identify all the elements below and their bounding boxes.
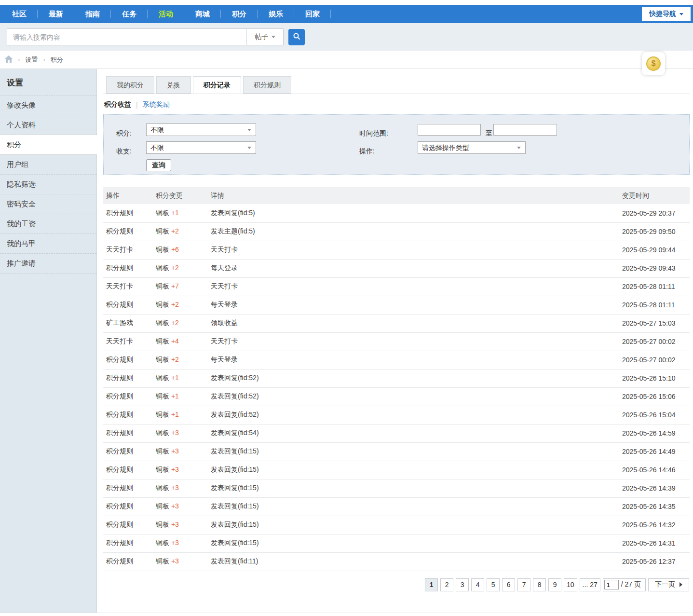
row-operation: 积分规则 — [103, 259, 153, 277]
page-ellipsis-button[interactable]: ... 27 — [580, 578, 600, 591]
search-type-label: 帖子 — [255, 33, 269, 41]
sidebar-item[interactable]: 我的马甲 — [0, 234, 96, 254]
nav-item[interactable]: 活动 — [148, 5, 184, 23]
table-row: 积分规则 铜板 +1 发表回复(fid:52) 2025-05-26 15:06 — [103, 387, 690, 406]
row-change: 铜板 +3 — [153, 461, 208, 479]
sidebar-item[interactable]: 用户组 — [0, 155, 96, 175]
search-button[interactable] — [288, 29, 305, 45]
row-time: 2025-05-26 14:49 — [619, 442, 690, 461]
page-button[interactable]: 7 — [517, 578, 530, 591]
content-area: 我的积分 兑换 积分记录 积分规则 积分收益 — [97, 69, 693, 613]
row-change: 铜板 +3 — [153, 552, 208, 571]
chevron-down-icon — [247, 129, 251, 131]
breadcrumb-item-points[interactable]: 积分 — [51, 55, 63, 64]
page-button[interactable]: 10 — [564, 578, 577, 591]
nav-item[interactable]: 任务 — [111, 5, 148, 23]
sidebar-item[interactable]: 密码安全 — [0, 194, 96, 214]
row-currency: 铜板 — [156, 356, 169, 363]
row-change: 铜板 +1 — [153, 369, 208, 387]
sidebar-item[interactable]: 推广邀请 — [0, 254, 96, 274]
row-time: 2025-05-26 14:39 — [619, 479, 690, 497]
row-operation: 天天打卡 — [103, 277, 153, 296]
tab[interactable]: 积分规则 — [243, 76, 291, 94]
page-button[interactable]: 6 — [502, 578, 515, 591]
page-button[interactable]: 9 — [548, 578, 561, 591]
row-change-value: +2 — [171, 301, 179, 308]
sidebar-item[interactable]: 积分 — [0, 135, 97, 155]
row-operation: 积分规则 — [103, 516, 153, 534]
row-time: 2025-05-26 14:35 — [619, 497, 690, 516]
next-page-label: 下一页 — [655, 580, 675, 589]
chevron-down-icon — [679, 13, 683, 15]
operation-filter-select[interactable]: 请选择操作类型 — [418, 141, 526, 154]
tab[interactable]: 积分记录 — [193, 76, 241, 94]
nav-item[interactable]: 最新 — [38, 5, 74, 23]
sidebar-item-label: 我的马甲 — [7, 239, 36, 247]
nav-item[interactable]: 积分 — [221, 5, 258, 23]
row-detail: 发表回复(fid:15) — [208, 479, 619, 497]
subnav-item-system-reward[interactable]: 系统奖励 — [143, 100, 170, 109]
search-input[interactable] — [7, 29, 246, 45]
table-row: 积分规则 铜板 +3 发表回复(fid:15) 2025-05-26 14:32 — [103, 516, 690, 534]
main-navbar: 社区 最新 指南 任务 活动 商城 积分 — [0, 5, 693, 23]
tab-label: 积分记录 — [204, 81, 231, 89]
row-time: 2025-05-26 15:10 — [619, 369, 690, 387]
coin-icon: $ — [646, 56, 661, 71]
row-currency: 铜板 — [156, 246, 169, 253]
sidebar-item[interactable]: 个人资料 — [0, 115, 96, 135]
page-button[interactable]: 4 — [471, 578, 484, 591]
chevron-down-icon — [247, 147, 251, 149]
table-row: 积分规则 铜板 +3 发表回复(fid:11) 2025-05-26 12:37 — [103, 552, 690, 571]
points-filter-select[interactable]: 不限 — [146, 123, 256, 136]
query-button[interactable]: 查询 — [146, 159, 171, 171]
sidebar-item[interactable]: 隐私筛选 — [0, 175, 96, 194]
row-detail: 发表回复(fid:15) — [208, 534, 619, 552]
nav-item[interactable]: 商城 — [184, 5, 221, 23]
nav-item-label: 积分 — [232, 10, 246, 19]
sidebar-item[interactable]: 修改头像 — [0, 96, 96, 115]
coin-widget[interactable]: $ — [642, 52, 665, 75]
nav-item[interactable]: 娱乐 — [258, 5, 294, 23]
page-jump-input[interactable] — [604, 580, 619, 589]
search-type-select[interactable]: 帖子 — [246, 29, 283, 45]
subnav-item-income[interactable]: 积分收益 — [104, 100, 131, 109]
breadcrumb-item-settings[interactable]: 设置 — [25, 55, 38, 64]
row-change-value: +3 — [171, 520, 179, 528]
row-change-value: +2 — [171, 227, 179, 235]
inout-filter-value: 不限 — [150, 144, 164, 151]
row-detail: 每天登录 — [208, 296, 619, 314]
row-currency: 铜板 — [156, 209, 169, 217]
page-button[interactable]: 5 — [487, 578, 500, 591]
row-operation: 积分规则 — [103, 351, 153, 369]
tab[interactable]: 兑换 — [156, 76, 191, 94]
table-row: 天天打卡 铜板 +7 天天打卡 2025-05-28 01:11 — [103, 277, 690, 296]
nav-item[interactable]: 社区 — [1, 5, 38, 23]
row-detail: 每天登录 — [208, 259, 619, 277]
row-change: 铜板 +7 — [153, 277, 208, 296]
tab[interactable]: 我的积分 — [106, 76, 154, 94]
row-operation: 积分规则 — [103, 479, 153, 497]
page-button[interactable]: 2 — [440, 578, 453, 591]
time-end-input[interactable] — [493, 124, 557, 136]
page-button[interactable]: 8 — [533, 578, 546, 591]
page-button[interactable]: 1 — [425, 578, 438, 591]
row-detail: 发表回复(fid:54) — [208, 424, 619, 442]
row-time: 2025-05-29 20:37 — [619, 204, 690, 222]
nav-item-label: 任务 — [122, 10, 136, 19]
sidebar-item[interactable]: 我的工资 — [0, 214, 96, 234]
nav-item[interactable]: 回家 — [294, 5, 331, 23]
row-change: 铜板 +6 — [153, 241, 208, 259]
table-row: 积分规则 铜板 +3 发表回复(fid:15) 2025-05-26 14:31 — [103, 534, 690, 552]
page-button[interactable]: 3 — [456, 578, 469, 591]
table-row: 积分规则 铜板 +3 发表回复(fid:15) 2025-05-26 14:49 — [103, 442, 690, 461]
row-time: 2025-05-26 14:59 — [619, 424, 690, 442]
next-page-button[interactable]: 下一页 — [648, 578, 689, 591]
quick-nav-button[interactable]: 快捷导航 — [642, 7, 691, 21]
inout-filter-select[interactable]: 不限 — [146, 141, 256, 154]
nav-item[interactable]: 指南 — [74, 5, 111, 23]
time-start-input[interactable] — [418, 124, 481, 136]
sidebar-title: 设置 — [0, 69, 96, 96]
home-icon[interactable] — [5, 55, 13, 64]
points-filter-label: 积分: — [116, 127, 132, 139]
row-change: 铜板 +2 — [153, 296, 208, 314]
